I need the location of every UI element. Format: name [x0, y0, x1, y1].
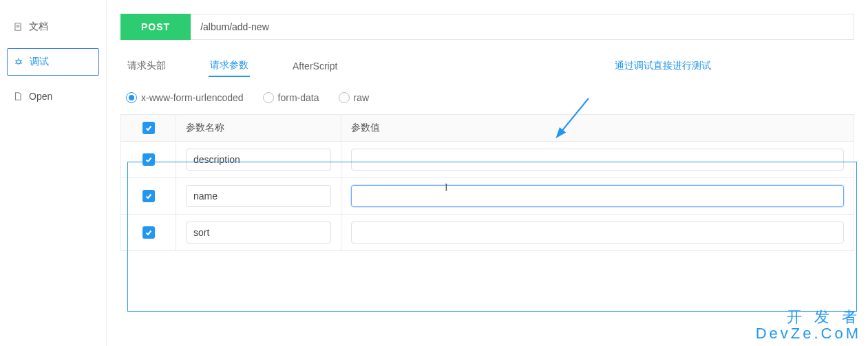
col-name-header: 参数名称	[176, 115, 341, 142]
table-row	[121, 215, 854, 251]
radio-dot-icon	[339, 92, 350, 103]
main-panel: POST /album/add-new 请求头部 请求参数 AfterScrip…	[107, 0, 868, 346]
radio-raw[interactable]: raw	[339, 92, 370, 103]
col-value-header: 参数值	[341, 115, 854, 142]
svg-line-8	[21, 63, 22, 63]
sidebar-item-label: 调试	[30, 56, 49, 68]
request-line: POST /album/add-new	[120, 14, 854, 40]
param-name-input[interactable]	[186, 149, 331, 171]
tab-afterscript[interactable]: AfterScript	[291, 56, 339, 76]
tab-headers[interactable]: 请求头部	[126, 56, 167, 76]
row-checkbox[interactable]	[142, 226, 155, 239]
sidebar-item-label: Open	[29, 91, 52, 102]
param-name-input[interactable]	[186, 185, 331, 207]
watermark-line2: DevZe.CoM	[756, 325, 861, 342]
radio-label: x-www-form-urlencoded	[141, 92, 244, 103]
url-input[interactable]: /album/add-new	[191, 14, 854, 40]
annotation-text: 通过调试直接进行测试	[615, 60, 849, 72]
radio-dot-icon	[126, 92, 137, 103]
radio-formdata[interactable]: form-data	[263, 92, 319, 103]
svg-point-3	[17, 60, 21, 64]
param-value-input[interactable]	[351, 149, 844, 171]
table-row: I	[121, 178, 854, 215]
method-badge[interactable]: POST	[120, 14, 191, 40]
sidebar-item-debug[interactable]: 调试	[7, 48, 99, 76]
page-icon	[12, 91, 23, 101]
params-table: 参数名称 参数值	[120, 114, 854, 251]
param-value-input[interactable]	[351, 185, 844, 207]
request-tabs: 请求头部 请求参数 AfterScript 通过调试直接进行测试	[120, 55, 854, 83]
bug-icon	[13, 57, 24, 67]
watermark: 开 发 者 DevZe.CoM	[756, 309, 861, 342]
sidebar-item-docs[interactable]: 文档	[7, 14, 99, 40]
svg-line-5	[15, 61, 17, 61]
text-cursor-icon: I	[445, 182, 448, 193]
sidebar: 文档 调试 Open	[0, 0, 107, 346]
table-row	[121, 142, 854, 178]
radio-label: form-data	[278, 92, 319, 103]
sidebar-item-open[interactable]: Open	[7, 84, 99, 109]
row-checkbox[interactable]	[142, 190, 155, 202]
param-value-input[interactable]	[351, 221, 844, 244]
svg-line-7	[15, 63, 17, 63]
watermark-line1: 开 发 者	[756, 309, 861, 325]
header-checkbox[interactable]	[142, 122, 155, 134]
file-icon	[12, 22, 23, 32]
tab-params[interactable]: 请求参数	[209, 55, 250, 77]
radio-label: raw	[354, 92, 370, 103]
radio-urlencoded[interactable]: x-www-form-urlencoded	[126, 92, 244, 103]
content-type-radios: x-www-form-urlencoded form-data raw	[120, 83, 854, 114]
col-check-header	[121, 115, 176, 142]
param-name-input[interactable]	[186, 221, 331, 244]
sidebar-item-label: 文档	[29, 21, 48, 33]
svg-line-6	[21, 61, 22, 61]
radio-dot-icon	[263, 92, 274, 103]
row-checkbox[interactable]	[142, 153, 155, 166]
